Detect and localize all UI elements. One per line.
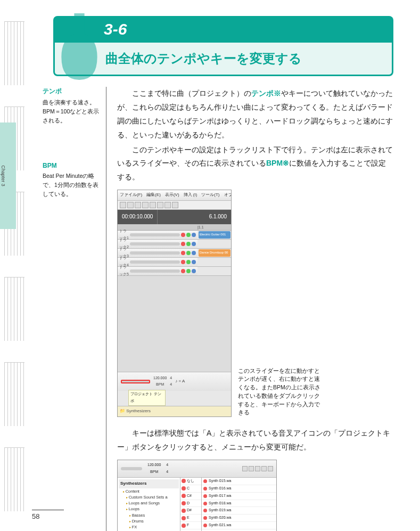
transport-buttons[interactable]: [242, 466, 273, 471]
key-menu-item[interactable]: C#: [180, 493, 201, 500]
figure-caption: このスライダーを左に動かすとテンポが遅く、右に動かすと速くなる。またBPMの上に…: [238, 367, 320, 418]
glossary-sidebar: テンポ 曲を演奏する速さ。BPM＝100などと表示される。 BPM Beat P…: [43, 87, 106, 531]
tree-item[interactable]: Basses: [123, 512, 179, 518]
glossary-term: テンポ: [43, 87, 100, 96]
arrangement-empty-area: [118, 276, 231, 372]
track-row[interactable]: トラック3Dance Drumloop 00: [118, 249, 231, 258]
screenshot-key-menu: 120.000 BPM 4 4 Synthesizers ContentCust…: [117, 460, 277, 531]
chapter-number: Chapter 3: [1, 165, 6, 186]
project-key-menu[interactable]: なしCC#DD#EFF#GG#AA#B: [180, 478, 202, 531]
time-display-bar: 00:00:10.000 6.1.000: [118, 210, 231, 224]
key-menu-item[interactable]: D#: [180, 507, 201, 514]
main-content: ここまで特に曲（プロジェクト）のテンポ※やキーについて触れていなかったが、これら…: [117, 87, 393, 531]
key-menu-item[interactable]: なし: [180, 478, 201, 485]
tree-item[interactable]: Drums: [123, 518, 179, 524]
glossary-definition: 曲を演奏する速さ。BPM＝100などと表示される。: [43, 98, 100, 125]
keyword-tempo: テンポ※: [251, 89, 281, 97]
track-row[interactable]: トラック2: [118, 240, 231, 249]
bar-beat-display[interactable]: 6.1.000: [158, 210, 231, 224]
file-list-item[interactable]: Synth 016.wa: [202, 485, 276, 493]
tempo-slider[interactable]: [121, 467, 142, 470]
project-status-bar: 120.000 BPM 4 4 ♪ = A: [118, 372, 231, 391]
paragraph: このテンポやキーの設定はトラックリスト下で行う。テンポは左に表示されているスライ…: [117, 143, 393, 185]
bpm-readout[interactable]: 120.000 BPM: [147, 462, 161, 476]
tree-item[interactable]: Content: [123, 488, 179, 494]
file-list-item[interactable]: Synth 019.wa: [202, 507, 276, 514]
file-list-item[interactable]: Synth 018.wa: [202, 500, 276, 508]
screenshot-tempo-slider: ファイル(F) 編集(E) 表示(V) 挿入 (I) ツール(T) オプション …: [117, 190, 232, 417]
track-row[interactable]: トラック1Electric Guitar 001: [118, 231, 231, 240]
file-list-item[interactable]: Synth 020.wa: [202, 514, 276, 522]
project-status-bar: 120.000 BPM 4 4: [118, 460, 276, 478]
time-signature[interactable]: 4 4: [170, 375, 172, 389]
timeline-ruler[interactable]: |1.1: [118, 224, 231, 231]
key-menu-item[interactable]: C: [180, 485, 201, 493]
keyword-bpm: BPM※: [266, 159, 289, 167]
timecode-display[interactable]: 00:00:10.000: [118, 210, 158, 224]
bpm-readout[interactable]: 120.000 BPM: [153, 375, 167, 389]
audio-clip[interactable]: Electric Guitar 001: [199, 231, 230, 239]
media-browser-tab[interactable]: 📁 Synthesizers: [118, 406, 231, 416]
key-menu-item[interactable]: E: [180, 514, 201, 522]
key-menu-item[interactable]: D: [180, 500, 201, 508]
glossary-definition: Beat Per Minuteの略で、1分間の拍数を表している。: [43, 171, 100, 198]
section-header: 3-6 曲全体のテンポやキーを変更する: [53, 16, 393, 76]
tree-item[interactable]: Custom Sound Sets a: [123, 494, 179, 500]
paragraph: ここまで特に曲（プロジェクト）のテンポ※やキーについて触れていなかったが、これら…: [117, 87, 393, 142]
key-menu-item[interactable]: F: [180, 522, 201, 529]
audio-clip[interactable]: Dance Drumloop 00: [199, 249, 230, 257]
decoration-fret-lines: [4, 21, 24, 511]
app-menubar[interactable]: ファイル(F) 編集(E) 表示(V) 挿入 (I) ツール(T) オプション …: [118, 190, 231, 201]
page-number: 58: [32, 510, 64, 520]
tree-root[interactable]: Synthesizers: [119, 479, 179, 488]
section-number: 3-6: [53, 16, 393, 43]
guitar-icon: [59, 13, 100, 80]
tree-item[interactable]: FX: [123, 524, 179, 530]
track-row[interactable]: トラック5: [118, 267, 231, 276]
media-browser-tree[interactable]: Synthesizers ContentCustom Sound Sets aL…: [118, 478, 180, 531]
section-title: 曲全体のテンポやキーを変更する: [53, 43, 393, 76]
tree-item[interactable]: Loops and Songs: [123, 500, 179, 506]
file-list[interactable]: Synth 015.waSynth 016.waSynth 017.waSynt…: [202, 478, 276, 531]
time-signature[interactable]: 4 4: [166, 462, 168, 476]
file-list-item[interactable]: Synth 021.wa: [202, 522, 276, 529]
tree-item[interactable]: Loops: [123, 506, 179, 512]
paragraph: キーは標準状態では「A」と表示されている音叉アイコンの「プロジェクトキー」ボタン…: [117, 427, 393, 454]
tempo-slider[interactable]: [121, 380, 150, 383]
chapter-tab: Chapter 3 まずはループ素材を並べてみよう: [0, 122, 16, 229]
file-list-item[interactable]: Synth 017.wa: [202, 493, 276, 500]
file-list-item[interactable]: Synth 015.wa: [202, 478, 276, 485]
glossary-term: BPM: [43, 162, 100, 169]
app-toolbar[interactable]: [118, 201, 231, 210]
project-key-button[interactable]: ♪ = A: [175, 378, 185, 386]
tooltip: プロジェクト テンポ: [128, 390, 166, 406]
track-row[interactable]: トラック4: [118, 258, 231, 267]
